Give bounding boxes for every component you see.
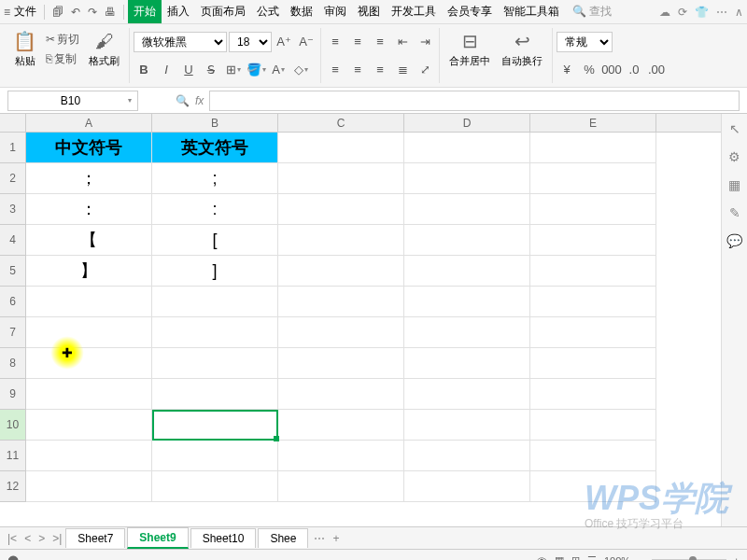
redo-icon[interactable]: ↷ [84, 4, 101, 21]
cell-b1[interactable]: 英文符号 [152, 133, 278, 163]
cell-b2[interactable]: ; [152, 163, 278, 194]
page-view-icon[interactable]: ⊞ [571, 554, 580, 560]
more-tabs-icon[interactable]: ⋯ [310, 532, 329, 545]
cell[interactable] [152, 317, 278, 348]
bold-button[interactable]: B [134, 59, 154, 79]
cell-b3[interactable]: : [152, 194, 278, 225]
tab-insert[interactable]: 插入 [162, 0, 195, 23]
number-format-select[interactable]: 常规 [557, 32, 613, 52]
select-all-corner[interactable] [0, 114, 26, 132]
indent-right-icon[interactable]: ⇥ [415, 32, 435, 52]
row-header[interactable]: 8 [0, 348, 26, 379]
tab-view[interactable]: 视图 [352, 0, 386, 23]
cell-b4[interactable]: [ [152, 225, 278, 256]
first-sheet-icon[interactable]: |< [4, 532, 21, 545]
cell[interactable] [278, 441, 404, 471]
align-middle-icon[interactable]: ≡ [347, 32, 368, 52]
last-sheet-icon[interactable]: >| [49, 532, 65, 545]
print-icon[interactable]: 🖶 [101, 4, 120, 21]
cell[interactable] [404, 287, 530, 317]
sheet-tab[interactable]: Shee [258, 528, 308, 548]
cell-a4[interactable]: 【 [26, 225, 152, 256]
cell[interactable] [530, 379, 656, 410]
file-menu[interactable]: 文件 [14, 4, 36, 20]
increase-decimal-icon[interactable]: .00 [646, 59, 667, 79]
cell[interactable] [404, 410, 530, 441]
cell[interactable] [278, 256, 404, 287]
cell-b5[interactable]: ] [152, 256, 278, 287]
row-header[interactable]: 1 [0, 133, 26, 163]
cell[interactable] [404, 317, 530, 348]
search-icon[interactable]: 🔍 [176, 94, 190, 107]
cell[interactable] [152, 287, 278, 317]
cell[interactable] [530, 163, 656, 194]
tab-start[interactable]: 开始 [128, 0, 162, 23]
save-icon[interactable]: 🗐 [49, 4, 67, 21]
cell[interactable] [530, 317, 656, 348]
distribute-icon[interactable]: ≣ [392, 59, 413, 79]
align-top-icon[interactable]: ≡ [325, 32, 345, 52]
font-color-button[interactable]: A▾ [268, 59, 289, 79]
cell[interactable] [152, 441, 278, 471]
italic-button[interactable]: I [156, 59, 176, 79]
cell[interactable] [404, 256, 530, 287]
cell[interactable] [278, 163, 404, 194]
cell[interactable] [152, 379, 278, 410]
formula-input[interactable] [209, 91, 740, 111]
cell-reference-box[interactable]: B10 ▾ [7, 91, 138, 111]
next-sheet-icon[interactable]: > [35, 532, 49, 545]
zoom-in-icon[interactable]: + [734, 555, 740, 561]
cell[interactable] [26, 441, 152, 471]
cell-a2[interactable]: ； [26, 163, 152, 194]
cell[interactable] [404, 379, 530, 410]
cell-a3[interactable]: ： [26, 194, 152, 225]
decrease-font-icon[interactable]: A⁻ [296, 32, 317, 52]
col-header-d[interactable]: D [404, 114, 530, 132]
reading-view-icon[interactable]: ☰ [587, 554, 597, 560]
tab-smart-tools[interactable]: 智能工具箱 [498, 0, 565, 23]
row-header[interactable]: 4 [0, 225, 26, 256]
cell[interactable] [278, 287, 404, 317]
undo-icon[interactable]: ↶ [67, 4, 84, 21]
cell[interactable] [530, 194, 656, 225]
cell[interactable] [26, 410, 152, 441]
row-header[interactable]: 10 [0, 410, 26, 441]
border-button[interactable]: ⊞▾ [223, 59, 244, 79]
cell[interactable] [26, 287, 152, 317]
clear-format-button[interactable]: ◇▾ [290, 59, 311, 79]
cell[interactable] [530, 410, 656, 441]
fill-color-button[interactable]: 🪣▾ [246, 59, 266, 79]
zoom-out-icon[interactable]: − [638, 555, 643, 561]
cell[interactable] [404, 348, 530, 379]
col-header-b[interactable]: B [152, 114, 278, 132]
cell[interactable] [530, 441, 656, 471]
percent-button[interactable]: % [579, 59, 599, 79]
prev-sheet-icon[interactable]: < [21, 532, 35, 545]
cell[interactable] [26, 348, 152, 379]
row-header[interactable]: 11 [0, 441, 26, 471]
cell[interactable] [404, 163, 530, 194]
row-header[interactable]: 7 [0, 317, 26, 348]
cell[interactable] [26, 379, 152, 410]
increase-font-icon[interactable]: A⁺ [274, 32, 294, 52]
cell[interactable] [404, 194, 530, 225]
align-left-icon[interactable]: ≡ [325, 59, 345, 79]
cell[interactable] [278, 194, 404, 225]
row-header[interactable]: 3 [0, 194, 26, 225]
cell-a5[interactable]: 】 [26, 256, 152, 287]
cell[interactable] [404, 441, 530, 471]
zoom-level[interactable]: 100% [604, 555, 630, 561]
cell[interactable] [530, 133, 656, 163]
collapse-icon[interactable]: ∧ [735, 6, 743, 19]
cloud-icon[interactable]: ☁ [659, 6, 670, 19]
underline-button[interactable]: U [178, 59, 199, 79]
row-header[interactable]: 9 [0, 379, 26, 410]
paste-button[interactable]: 📋 粘贴 [7, 28, 42, 70]
view-icon[interactable]: 👁 [537, 555, 547, 561]
copy-button[interactable]: ⎘ 复制 [42, 49, 83, 69]
format-painter-button[interactable]: 🖌 格式刷 [83, 28, 125, 70]
tab-formulas[interactable]: 公式 [251, 0, 285, 23]
style-icon[interactable]: ✎ [729, 205, 740, 220]
cut-button[interactable]: ✂ 剪切 [42, 30, 83, 49]
cell[interactable] [152, 348, 278, 379]
